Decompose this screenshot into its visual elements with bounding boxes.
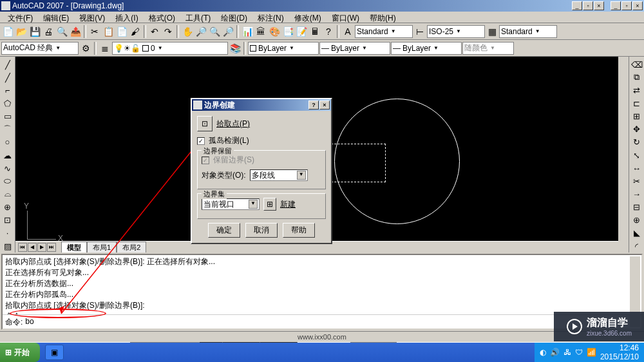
tab-first-icon[interactable]: ⏮ — [18, 243, 27, 252]
hatch-icon[interactable]: ▨ — [1, 240, 14, 252]
tray-icon[interactable]: 🔊 — [550, 348, 560, 357]
paste-icon[interactable]: 📄 — [115, 25, 128, 38]
linetype-select[interactable]: —ByLayer▼ — [319, 42, 390, 55]
publish-icon[interactable]: 📤 — [69, 25, 82, 38]
block-icon[interactable]: ⊡ — [1, 214, 14, 226]
command-input-row[interactable]: 命令: bo — [3, 314, 641, 330]
fillet-icon[interactable]: ◜ — [630, 240, 643, 252]
new-boundary-icon[interactable]: ⊞ — [263, 198, 276, 211]
dialog-close-button[interactable]: × — [319, 100, 330, 110]
dialog-titlebar[interactable]: 边界创建 ? × — [192, 99, 331, 111]
ellipse-icon[interactable]: ⬭ — [1, 175, 14, 187]
tab-next-icon[interactable]: ▶ — [37, 243, 46, 252]
redo-icon[interactable]: ↷ — [162, 25, 175, 38]
tray-icon[interactable]: 🛡 — [575, 348, 583, 357]
open-icon[interactable]: 📂 — [15, 25, 28, 38]
rectangle-icon[interactable]: ▭ — [1, 111, 14, 122]
cut-icon[interactable]: ✂ — [88, 25, 101, 38]
ok-button[interactable]: 确定 — [208, 223, 240, 238]
menu-modify[interactable]: 修改(M) — [289, 12, 327, 23]
scale-icon[interactable]: ⤡ — [630, 149, 643, 161]
print-icon[interactable]: 🖨 — [42, 25, 55, 38]
textstyle-icon[interactable]: A — [341, 25, 354, 38]
canvas-scrollbar-v[interactable] — [618, 57, 629, 252]
revcloud-icon[interactable]: ☁ — [1, 149, 14, 161]
doc-minimize-button[interactable]: _ — [611, 1, 621, 10]
close-button[interactable]: × — [594, 1, 604, 10]
insert-icon[interactable]: ⊕ — [1, 202, 14, 213]
menu-window[interactable]: 窗口(W) — [327, 12, 365, 23]
help-icon[interactable]: ? — [322, 25, 335, 38]
pick-points-label[interactable]: 拾取点(P) — [216, 119, 250, 129]
new-boundary-label[interactable]: 新建 — [280, 199, 296, 210]
help-button[interactable]: 帮助 — [283, 223, 315, 238]
mirror-icon[interactable]: ⇄ — [630, 84, 643, 96]
workspace-settings-icon[interactable]: ⚙ — [79, 42, 92, 55]
erase-icon[interactable]: ⌫ — [630, 59, 643, 70]
color-select[interactable]: ByLayer▼ — [248, 42, 319, 55]
menu-tools[interactable]: 工具(T) — [180, 12, 216, 23]
spline-icon[interactable]: ∿ — [1, 162, 14, 174]
layer-manager-icon[interactable]: ≣ — [99, 42, 111, 55]
tab-layout1[interactable]: 布局1 — [87, 242, 117, 253]
circle-icon[interactable]: ○ — [1, 137, 14, 148]
line-icon[interactable]: ╱ — [1, 59, 14, 70]
join-icon[interactable]: ⊕ — [630, 214, 643, 226]
lineweight-select[interactable]: —ByLayer▼ — [391, 42, 462, 55]
extend-icon[interactable]: → — [630, 188, 643, 200]
tray-icon[interactable]: 📶 — [587, 348, 596, 357]
layer-states-icon[interactable]: 📚 — [229, 42, 242, 55]
tab-last-icon[interactable]: ⏭ — [47, 243, 56, 252]
toolpalettes-icon[interactable]: 🎨 — [268, 25, 281, 38]
minimize-button[interactable]: _ — [572, 1, 582, 10]
offset-icon[interactable]: ⊏ — [630, 97, 643, 109]
markup-icon[interactable]: 📝 — [295, 25, 308, 38]
doc-close-button[interactable]: × — [632, 1, 643, 10]
menu-format[interactable]: 格式(O) — [144, 12, 180, 23]
designcenter-icon[interactable]: 🏛 — [254, 25, 267, 38]
zoom-rt-icon[interactable]: 🔎 — [194, 25, 207, 38]
tray-icon[interactable]: 🖧 — [564, 348, 571, 357]
command-input[interactable]: bo — [25, 317, 33, 328]
dimstyle-icon[interactable]: ⊢ — [413, 25, 426, 38]
tab-prev-icon[interactable]: ◀ — [28, 243, 37, 252]
ellipse-arc-icon[interactable]: ⌓ — [1, 188, 14, 200]
rotate-icon[interactable]: ↻ — [630, 137, 643, 148]
menu-file[interactable]: 文件(F) — [3, 12, 38, 23]
preview-icon[interactable]: 🔍 — [55, 25, 68, 38]
pan-icon[interactable]: ✋ — [181, 25, 194, 38]
tab-layout2[interactable]: 布局2 — [117, 242, 146, 253]
doc-restore-button[interactable]: ▫ — [621, 1, 632, 10]
menu-edit[interactable]: 编辑(E) — [38, 12, 74, 23]
object-type-select[interactable]: 多段线▼ — [250, 169, 308, 181]
break-icon[interactable]: ⊟ — [630, 202, 643, 213]
point-icon[interactable]: · — [1, 227, 14, 239]
zoom-win-icon[interactable]: 🔍 — [208, 25, 221, 38]
textstyle-select[interactable]: Standard▼ — [355, 25, 413, 38]
undo-icon[interactable]: ↶ — [148, 25, 161, 38]
boundary-set-select[interactable]: 当前视口▼ — [202, 198, 260, 210]
tablestyle-select[interactable]: Standard▼ — [499, 25, 557, 38]
save-icon[interactable]: 💾 — [28, 25, 41, 38]
island-detect-checkbox[interactable]: ✓ — [197, 137, 205, 145]
restore-button[interactable]: ▫ — [583, 1, 593, 10]
taskbar-item-autocad[interactable]: ▣ — [45, 345, 64, 360]
move-icon[interactable]: ✥ — [630, 124, 643, 135]
menu-draw[interactable]: 绘图(D) — [216, 12, 252, 23]
tablestyle-icon[interactable]: ▦ — [486, 25, 498, 38]
chamfer-icon[interactable]: ◣ — [630, 227, 643, 239]
match-icon[interactable]: 🖌 — [129, 25, 142, 38]
layer-select[interactable]: 💡 ☀ 🔓 0 ▼ — [112, 42, 228, 55]
start-button[interactable]: ⊞ 开始 — [0, 343, 40, 362]
menu-help[interactable]: 帮助(H) — [365, 12, 401, 23]
xline-icon[interactable]: ╱ — [1, 71, 14, 83]
calc-icon[interactable]: 🖩 — [308, 25, 321, 38]
menu-insert[interactable]: 插入(I) — [110, 12, 143, 23]
copy-icon[interactable]: 📋 — [102, 25, 115, 38]
polygon-icon[interactable]: ⬠ — [1, 97, 14, 109]
menu-dimension[interactable]: 标注(N) — [252, 12, 289, 23]
new-icon[interactable]: 📄 — [1, 25, 14, 38]
properties-icon[interactable]: 📊 — [241, 25, 254, 38]
sheet-icon[interactable]: 📑 — [281, 25, 294, 38]
tab-model[interactable]: 模型 — [61, 242, 87, 253]
